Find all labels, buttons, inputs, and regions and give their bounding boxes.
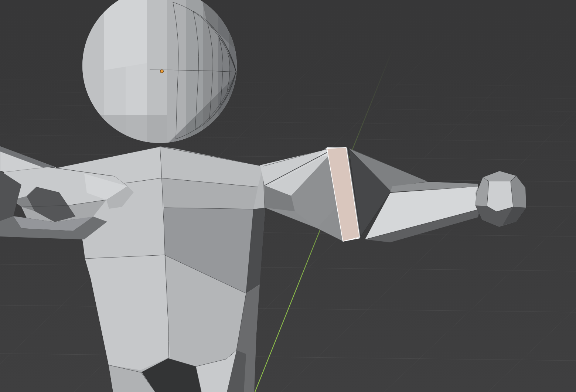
band-bright[interactable] bbox=[104, 0, 149, 70]
right-fist-group[interactable] bbox=[476, 171, 526, 227]
blender-viewport[interactable] bbox=[0, 0, 576, 392]
3d-scene-svg[interactable] bbox=[0, 0, 576, 392]
fist-center[interactable] bbox=[487, 181, 513, 212]
object-origin-dot[interactable] bbox=[160, 70, 163, 73]
band-5[interactable] bbox=[167, 0, 186, 148]
